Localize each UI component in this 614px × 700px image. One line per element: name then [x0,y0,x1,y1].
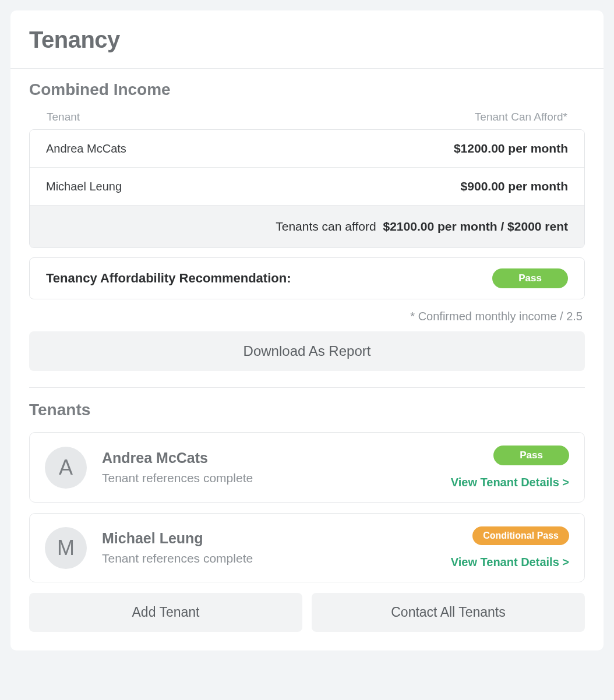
summary-sep: / [497,220,508,233]
tenant-status-badge: Pass [493,446,569,465]
recommendation-badge: Pass [492,268,568,288]
tenancy-card: Tenancy Combined Income Tenant Tenant Ca… [10,10,604,650]
col-tenant: Tenant [47,111,80,123]
tenant-card: M Michael Leung Tenant references comple… [29,513,585,582]
page-title: Tenancy [29,27,585,53]
section-divider [29,387,585,388]
income-table-headers: Tenant Tenant Can Afford* [29,107,585,129]
tenant-card: A Andrea McCats Tenant references comple… [29,432,585,503]
tenant-card-right: Pass View Tenant Details > [451,446,569,489]
summary-label: Tenants can afford [276,220,376,233]
avatar: M [45,527,87,569]
card-header: Tenancy [10,10,604,69]
tenants-section: Tenants A Andrea McCats Tenant reference… [10,401,604,650]
tenant-info: Michael Leung Tenant references complete [102,530,451,565]
summary-rent: $2000 rent [507,220,568,233]
avatar: A [45,447,87,489]
tenant-status-badge: Conditional Pass [472,526,569,545]
tenant-name: Andrea McCats [46,142,126,155]
download-report-button[interactable]: Download As Report [29,331,585,371]
tenants-heading: Tenants [29,401,585,419]
income-footnote: * Confirmed monthly income / 2.5 [31,310,583,323]
combined-income-heading: Combined Income [29,80,585,99]
income-row: Andrea McCats $1200.00 per month [30,130,584,168]
recommendation-box: Tenancy Affordability Recommendation: Pa… [29,257,585,299]
summary-amount: $2100.00 per month [383,220,497,233]
tenant-amount: $1200.00 per month [454,142,568,155]
tenant-actions-row: Add Tenant Contact All Tenants [29,593,585,650]
tenant-name: Michael Leung [46,180,122,193]
income-row: Michael Leung $900.00 per month [30,168,584,206]
tenant-info: Andrea McCats Tenant references complete [102,450,451,485]
col-afford: Tenant Can Afford* [475,111,567,123]
tenant-card-right: Conditional Pass View Tenant Details > [451,526,569,569]
contact-all-tenants-button[interactable]: Contact All Tenants [312,593,585,632]
add-tenant-button[interactable]: Add Tenant [29,593,302,632]
tenant-card-status: Tenant references complete [102,471,451,485]
income-table: Andrea McCats $1200.00 per month Michael… [29,129,585,248]
tenant-card-name: Andrea McCats [102,450,451,466]
recommendation-label: Tenancy Affordability Recommendation: [46,271,291,286]
view-tenant-details-link[interactable]: View Tenant Details > [451,556,569,569]
tenant-card-status: Tenant references complete [102,551,451,565]
view-tenant-details-link[interactable]: View Tenant Details > [451,476,569,489]
income-summary-row: Tenants can afford $2100.00 per month / … [30,206,584,248]
tenant-card-name: Michael Leung [102,530,451,547]
tenant-amount: $900.00 per month [461,179,568,193]
combined-income-section: Combined Income Tenant Tenant Can Afford… [10,69,604,388]
